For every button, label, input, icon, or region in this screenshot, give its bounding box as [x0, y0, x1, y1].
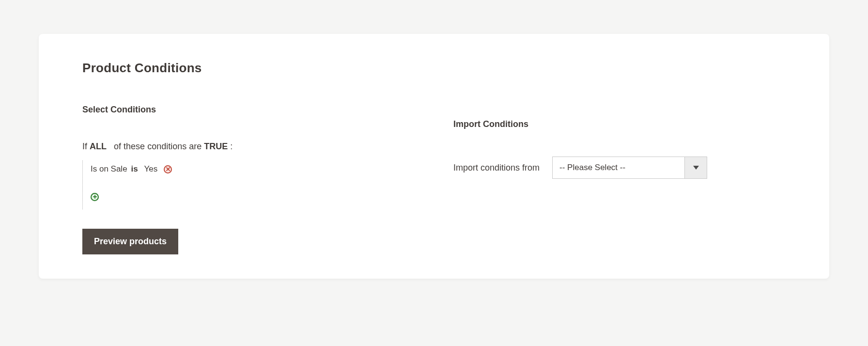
- remove-condition-icon[interactable]: [164, 165, 172, 173]
- condition-attribute[interactable]: Is on Sale: [91, 164, 127, 174]
- condition-operator[interactable]: is: [131, 164, 138, 174]
- chevron-down-icon: [684, 157, 707, 178]
- add-condition-row: [91, 191, 434, 202]
- import-row: Import conditions from -- Please Select …: [453, 157, 786, 179]
- section-title: Product Conditions: [82, 61, 786, 76]
- rule-aggregator[interactable]: ALL: [90, 142, 107, 151]
- condition-row: Is on Sale is Yes: [91, 164, 434, 174]
- rule-value[interactable]: TRUE: [204, 142, 228, 151]
- condition-block: If ALL of these conditions are TRUE : Is…: [82, 142, 434, 209]
- rule-sentence: If ALL of these conditions are TRUE :: [82, 142, 434, 152]
- import-conditions-col: Import Conditions Import conditions from…: [453, 105, 786, 254]
- columns-wrap: Select Conditions If ALL of these condit…: [82, 105, 786, 254]
- import-from-label: Import conditions from: [453, 163, 540, 173]
- rule-mid: of these conditions are: [114, 142, 202, 151]
- svg-marker-4: [693, 166, 699, 170]
- select-conditions-title: Select Conditions: [82, 105, 434, 115]
- preview-products-button[interactable]: Preview products: [82, 229, 178, 254]
- conditions-tree: Is on Sale is Yes: [82, 160, 434, 209]
- import-conditions-title: Import Conditions: [453, 119, 786, 129]
- select-value: -- Please Select --: [553, 157, 684, 178]
- rule-suffix: :: [230, 142, 232, 151]
- product-conditions-card: Product Conditions Select Conditions If …: [39, 34, 829, 279]
- import-from-select[interactable]: -- Please Select --: [552, 157, 707, 179]
- condition-value[interactable]: Yes: [144, 164, 158, 174]
- add-condition-icon[interactable]: [91, 193, 99, 201]
- select-conditions-col: Select Conditions If ALL of these condit…: [82, 105, 434, 254]
- rule-prefix: If: [82, 142, 87, 151]
